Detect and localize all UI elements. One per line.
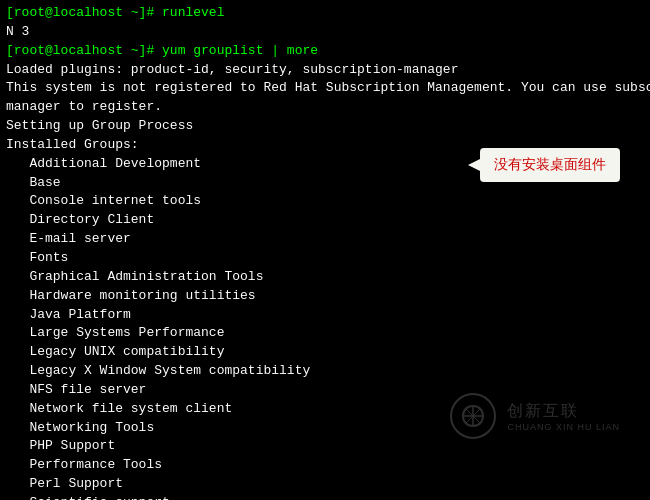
terminal-window: [root@localhost ~]# runlevelN 3[root@loc… (0, 0, 650, 500)
terminal-line: Setting up Group Process (6, 117, 644, 136)
watermark-cn: 创新互联 (507, 401, 620, 422)
terminal-line: Large Systems Performance (6, 324, 644, 343)
terminal-line: Scientific support (6, 494, 644, 500)
terminal-line: [root@localhost ~]# runlevel (6, 4, 644, 23)
terminal-line: PHP Support (6, 437, 644, 456)
terminal-line: Directory Client (6, 211, 644, 230)
terminal-line: Graphical Administration Tools (6, 268, 644, 287)
callout-bubble: 没有安装桌面组件 (480, 148, 620, 182)
terminal-line: [root@localhost ~]# yum grouplist | more (6, 42, 644, 61)
terminal-line: Legacy UNIX compatibility (6, 343, 644, 362)
terminal-line: Performance Tools (6, 456, 644, 475)
terminal-line: N 3 (6, 23, 644, 42)
watermark-text: 创新互联 CHUANG XIN HU LIAN (507, 401, 620, 432)
terminal-line: Console internet tools (6, 192, 644, 211)
terminal-line: manager to register. (6, 98, 644, 117)
terminal-line: This system is not registered to Red Hat… (6, 79, 644, 98)
watermark-en: CHUANG XIN HU LIAN (507, 422, 620, 432)
terminal-line: Legacy X Window System compatibility (6, 362, 644, 381)
terminal-line: Java Platform (6, 306, 644, 325)
terminal-line: Loaded plugins: product-id, security, su… (6, 61, 644, 80)
terminal-line: Fonts (6, 249, 644, 268)
watermark: 创新互联 CHUANG XIN HU LIAN (449, 392, 620, 440)
terminal-line: E-mail server (6, 230, 644, 249)
terminal-line: Hardware monitoring utilities (6, 287, 644, 306)
terminal-line: Perl Support (6, 475, 644, 494)
watermark-logo-icon (449, 392, 497, 440)
